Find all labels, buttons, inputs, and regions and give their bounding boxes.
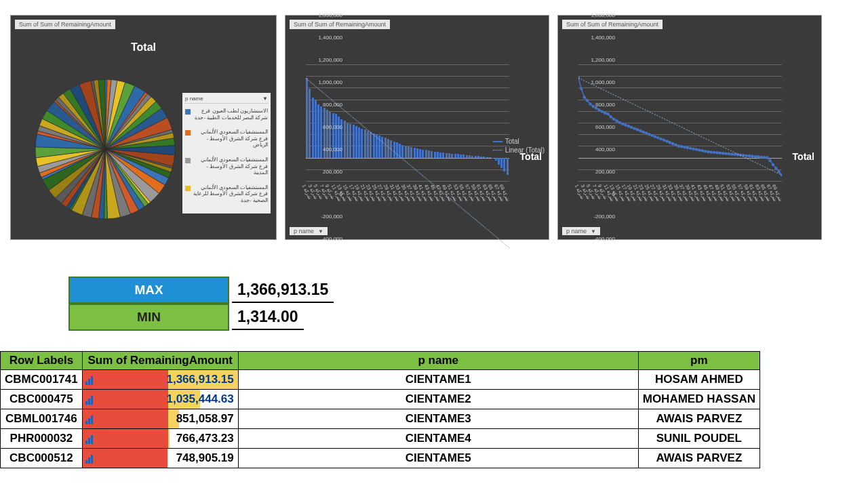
- dropdown-icon[interactable]: ▼: [591, 228, 596, 235]
- svg-point-29: [663, 139, 665, 142]
- svg-point-11: [610, 115, 612, 118]
- svg-point-47: [715, 151, 718, 154]
- pie-chart: [34, 78, 176, 220]
- svg-point-58: [748, 155, 751, 157]
- row-pm: MOHAMED HASSAN: [638, 390, 760, 409]
- svg-point-64: [766, 156, 768, 159]
- svg-point-60: [754, 155, 757, 158]
- svg-point-52: [730, 152, 733, 155]
- svg-point-49: [722, 152, 724, 155]
- chart-title-tag: Sum of Sum of RemainingAmount: [290, 20, 390, 29]
- bar-total-label: Total: [520, 151, 542, 162]
- svg-point-30: [665, 140, 668, 142]
- databar-icon: [85, 413, 96, 424]
- header-row-labels[interactable]: Row Labels: [1, 352, 83, 370]
- pie-legend-item[interactable]: المستشفيات السعودي الألماني فرع شركة الش…: [185, 127, 268, 150]
- svg-point-7: [597, 108, 600, 111]
- svg-point-50: [724, 152, 727, 155]
- dropdown-icon[interactable]: ▼: [262, 96, 268, 102]
- databar-icon: [85, 453, 96, 464]
- row-id: CBC000475: [1, 390, 83, 409]
- svg-point-22: [642, 131, 644, 134]
- pie-legend[interactable]: p name▼ الاستشاريون لطب العيون فرع شركة …: [182, 93, 271, 214]
- pivot-header-row: Row Labels Sum of RemainingAmount p name…: [1, 352, 760, 370]
- svg-point-17: [627, 125, 630, 127]
- svg-point-27: [656, 136, 659, 139]
- row-pm: AWAIS PARVEZ: [638, 409, 760, 429]
- svg-point-33: [674, 143, 677, 146]
- row-sum-cell: 851,058.97: [82, 409, 238, 429]
- svg-point-36: [683, 146, 686, 148]
- summary-box: MAX 1,366,913.15 MIN 1,314.00: [68, 277, 334, 331]
- svg-point-2: [583, 96, 585, 98]
- pie-legend-item[interactable]: المستشفيات السعودي الألماني فرع شركة الش…: [185, 155, 268, 178]
- svg-point-68: [777, 170, 780, 173]
- svg-point-19: [633, 127, 635, 129]
- row-pm: AWAIS PARVEZ: [638, 449, 760, 468]
- row-id: CBMC001741: [1, 370, 83, 390]
- databar-icon: [85, 374, 96, 385]
- table-row[interactable]: CBMC0017411,366,913.15CIENTAME1HOSAM AHM…: [1, 370, 760, 390]
- row-sum-cell: 1,366,913.15: [82, 370, 238, 390]
- row-id: CBML001746: [1, 409, 83, 429]
- svg-point-37: [686, 146, 689, 149]
- svg-point-67: [774, 167, 777, 169]
- svg-point-46: [713, 151, 715, 154]
- header-sum[interactable]: Sum of RemainingAmount: [82, 352, 238, 370]
- table-row[interactable]: CBC0004751,035,444.63CIENTAME2MOHAMED HA…: [1, 390, 760, 409]
- pie-chart-card[interactable]: Sum of Sum of RemainingAmount Total p na…: [10, 15, 277, 240]
- svg-point-15: [621, 123, 624, 125]
- svg-point-63: [763, 156, 766, 159]
- table-row[interactable]: CBC000512748,905.19CIENTAME5AWAIS PARVEZ: [1, 449, 760, 468]
- line-total-label: Total: [793, 151, 814, 162]
- pie-legend-item[interactable]: الاستشاريون لطب العيون فرع شركة البصر لل…: [185, 106, 268, 122]
- header-pm[interactable]: pm: [638, 352, 760, 370]
- svg-point-26: [654, 135, 656, 138]
- svg-point-23: [645, 131, 648, 134]
- table-row[interactable]: CBML001746851,058.97CIENTAME3AWAIS PARVE…: [1, 409, 760, 429]
- chart-title-tag: Sum of Sum of RemainingAmount: [562, 20, 663, 29]
- svg-point-8: [601, 110, 604, 113]
- svg-point-24: [648, 133, 650, 136]
- row-pname: CIENTAME1: [238, 370, 638, 390]
- svg-point-14: [618, 121, 621, 124]
- databar-icon: [85, 433, 96, 444]
- pie-legend-item[interactable]: المستشفيات السعودي الألماني فرع شركة الش…: [185, 183, 268, 205]
- svg-point-62: [760, 156, 762, 159]
- svg-point-32: [671, 142, 674, 145]
- row-sum-cell: 766,473.23: [82, 429, 238, 449]
- table-row[interactable]: PHR000032766,473.23CIENTAME4SUNIL POUDEL: [1, 429, 760, 449]
- svg-point-13: [615, 119, 618, 122]
- svg-point-21: [639, 129, 642, 132]
- svg-point-57: [745, 154, 748, 157]
- summary-min-label: MIN: [68, 304, 229, 331]
- svg-point-38: [689, 147, 692, 150]
- svg-point-43: [704, 150, 707, 152]
- svg-point-55: [739, 154, 742, 157]
- summary-min-value: 1,314.00: [232, 305, 304, 330]
- line-chart-card[interactable]: Sum of Sum of RemainingAmount Total شركة…: [557, 15, 822, 240]
- pie-chart-title: Total: [11, 41, 276, 54]
- chart-footer-dropdown[interactable]: p name▼: [290, 227, 328, 235]
- header-pname[interactable]: p name: [238, 352, 638, 370]
- svg-point-18: [630, 126, 633, 129]
- dropdown-icon[interactable]: ▼: [318, 228, 323, 235]
- svg-point-40: [695, 148, 698, 150]
- svg-point-61: [757, 155, 760, 158]
- svg-point-39: [692, 148, 694, 150]
- row-sum-cell: 1,035,444.63: [82, 390, 238, 409]
- svg-point-9: [604, 111, 606, 114]
- row-id: PHR000032: [1, 429, 83, 449]
- svg-point-59: [751, 155, 753, 157]
- svg-point-48: [718, 152, 721, 155]
- svg-point-28: [660, 138, 663, 140]
- row-pm: HOSAM AHMED: [638, 370, 760, 390]
- bar-chart-card[interactable]: Sum of Sum of RemainingAmount Total Line…: [285, 15, 549, 240]
- svg-point-12: [612, 118, 615, 121]
- row-pname: CIENTAME3: [238, 409, 638, 429]
- databar-icon: [85, 394, 96, 405]
- svg-point-41: [698, 148, 701, 151]
- chart-footer-dropdown[interactable]: p name▼: [562, 227, 600, 235]
- pivot-table[interactable]: Row Labels Sum of RemainingAmount p name…: [0, 351, 760, 468]
- svg-point-34: [677, 144, 680, 147]
